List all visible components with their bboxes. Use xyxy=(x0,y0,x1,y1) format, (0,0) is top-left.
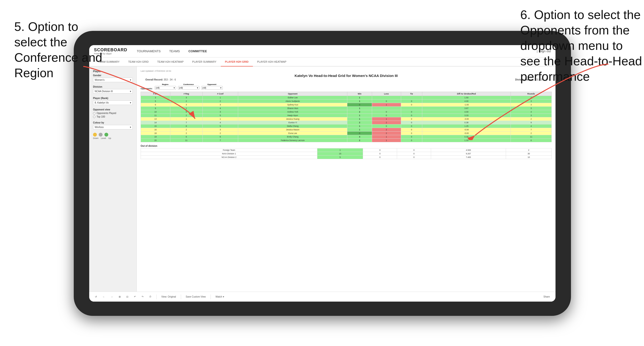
radio-opponents-played[interactable]: Opponents Played xyxy=(93,112,133,115)
table-cell: 3 xyxy=(511,114,552,117)
table-row: 1311Jessica Huang110-3.002 xyxy=(141,117,552,121)
toolbar-view-original[interactable]: View: Original xyxy=(160,295,178,299)
th-diff: Diff Av Strokes/Rnd xyxy=(422,92,510,96)
out-div-cell: 30 xyxy=(506,152,552,156)
table-cell: 3.33 xyxy=(422,114,510,117)
table-cell: 1 xyxy=(170,117,202,121)
nav-tournaments[interactable]: TOURNAMENTS xyxy=(137,48,160,54)
tab-player-h2h-grid[interactable]: PLAYER H2H GRID xyxy=(221,57,253,66)
opponent-dropdown[interactable]: (All) ▾ xyxy=(201,86,223,90)
toolbar-timer[interactable]: ⏱ xyxy=(147,295,154,299)
table-cell: 0.30 xyxy=(422,135,510,139)
table-row: 522Alexis Sudjianto1004.003 xyxy=(141,100,552,103)
table-cell: 4.00 xyxy=(422,100,510,103)
nav-committee[interactable]: COMMITTEE xyxy=(188,48,207,54)
tab-player-h2h-heatmap[interactable]: PLAYER H2H HEATMAP xyxy=(253,57,291,66)
table-cell: 1 xyxy=(170,107,202,110)
toolbar-share[interactable]: Share xyxy=(542,295,552,299)
table-cell: 4 xyxy=(202,121,238,124)
table-cell: 4 xyxy=(511,124,552,128)
toolbar-fit[interactable]: ⊡ xyxy=(124,295,130,299)
tab-team-h2h-grid[interactable]: TEAM H2H GRID xyxy=(124,57,153,66)
content-area: Last Updated: 27/03/2024 16:54 Katelyn V… xyxy=(137,66,556,292)
sidebar-division-dropdown[interactable]: NCAA Division III ▾ xyxy=(93,89,133,94)
toolbar-forward[interactable]: → xyxy=(109,295,115,299)
table-cell: 2 xyxy=(372,132,401,135)
region-dropdown[interactable]: (All) ▾ xyxy=(155,86,176,90)
table-cell: 1 xyxy=(347,117,372,121)
sidebar-colour-by-dropdown[interactable]: Win/loss ▾ xyxy=(93,125,133,129)
table-cell: 0 xyxy=(401,100,422,103)
tab-team-h2h-heatmap[interactable]: TEAM H2H HEATMAP xyxy=(153,57,188,66)
th-win: Win xyxy=(347,92,372,96)
table-cell: 0 xyxy=(372,124,401,128)
table-cell: 18 xyxy=(141,132,170,135)
out-div-cell: 0 xyxy=(363,152,397,156)
circle-level xyxy=(99,133,102,137)
table-cell: 20 xyxy=(141,139,170,142)
table-cell: 0 xyxy=(401,114,422,117)
conference-dropdown[interactable]: (All) ▾ xyxy=(178,86,199,90)
th-div: # Div xyxy=(141,92,170,96)
table-cell: 6 xyxy=(170,135,202,139)
table-cell: 4.00 xyxy=(422,110,510,114)
app-nav: SCOREBOARD Powered by clippd TOURNAMENTS… xyxy=(89,45,556,57)
toolbar-sep-3 xyxy=(210,295,211,299)
sub-nav: TEAM SUMMARY TEAM H2H GRID TEAM H2H HEAT… xyxy=(89,57,556,66)
toolbar-undo2[interactable]: ↶ xyxy=(132,295,138,299)
table-cell: 7 xyxy=(202,139,238,142)
table-cell: 2 xyxy=(347,110,372,114)
table-cell: 3 xyxy=(511,100,552,103)
toolbar-watch[interactable]: Watch ▾ xyxy=(214,295,226,299)
table-cell: 1 xyxy=(202,117,238,121)
out-of-division-title: Out of division xyxy=(140,145,552,147)
table-cell: Heejo Hyun xyxy=(238,114,347,117)
table-cell: 9 xyxy=(511,121,552,124)
table-cell: 5 xyxy=(202,124,238,128)
th-opponent: Opponent xyxy=(238,92,347,96)
sidebar: Player Gender Women's ▾ Division NCAA Di… xyxy=(89,66,137,292)
toolbar-save-custom[interactable]: Save Custom View xyxy=(184,295,208,299)
table-cell: 15 xyxy=(141,124,170,128)
out-div-cell: 4.500 xyxy=(431,149,506,152)
toolbar-back[interactable]: ← xyxy=(101,295,107,299)
out-div-cell: 2 xyxy=(506,149,552,152)
sidebar-player-rank-dropdown[interactable]: 8. Katelyn Vo ▾ xyxy=(93,100,133,105)
table-cell: 7 xyxy=(511,128,552,132)
table-cell: 11 xyxy=(170,139,202,142)
table-cell: Esther Lee xyxy=(238,96,347,100)
table-cell: 3 xyxy=(511,107,552,110)
out-div-cell: 1 xyxy=(317,149,363,152)
sidebar-player-rank-label: Player (Rank) xyxy=(93,97,133,100)
table-cell: 3 xyxy=(511,103,552,107)
table-cell: 5 xyxy=(141,100,170,103)
out-div-cell: 0 xyxy=(397,152,431,156)
chevron-down-icon-2: ▾ xyxy=(130,90,131,93)
table-cell: 0 xyxy=(401,135,422,139)
table-cell: -0.94 xyxy=(422,128,510,132)
chevron-down-icon: ▾ xyxy=(130,79,131,81)
table-cell: 1 xyxy=(372,103,401,107)
out-div-cell: NAIA Division 1 xyxy=(141,152,317,156)
table-cell: 3 xyxy=(141,96,170,100)
opponent-filter-label: Opponent xyxy=(208,83,216,85)
table-cell: 16 xyxy=(141,128,170,132)
table-cell: Sydney Kuo xyxy=(238,103,347,107)
tab-player-summary[interactable]: PLAYER SUMMARY xyxy=(188,57,221,66)
table-cell: 0 xyxy=(401,139,422,142)
table-cell: 4 xyxy=(511,110,552,114)
table-cell: 2 xyxy=(202,132,238,135)
toolbar-undo[interactable]: ↺ xyxy=(93,295,99,299)
table-cell: 3 xyxy=(170,103,202,107)
table-cell: 2 xyxy=(347,139,372,142)
table-cell: 11 xyxy=(141,114,170,117)
nav-teams[interactable]: TEAMS xyxy=(169,48,180,54)
table-cell: 1 xyxy=(347,124,372,128)
region-filter-label: Region xyxy=(162,83,168,85)
table-cell: Euna Lee xyxy=(238,132,347,135)
toolbar-grid1[interactable]: ⊞ xyxy=(117,295,122,299)
table-cell: 0 xyxy=(372,114,401,117)
radio-top-100[interactable]: Top 100 xyxy=(93,115,133,118)
toolbar-redo[interactable]: ↷ xyxy=(140,295,145,299)
table-row: 331Esther Lee11.504 xyxy=(141,96,552,100)
